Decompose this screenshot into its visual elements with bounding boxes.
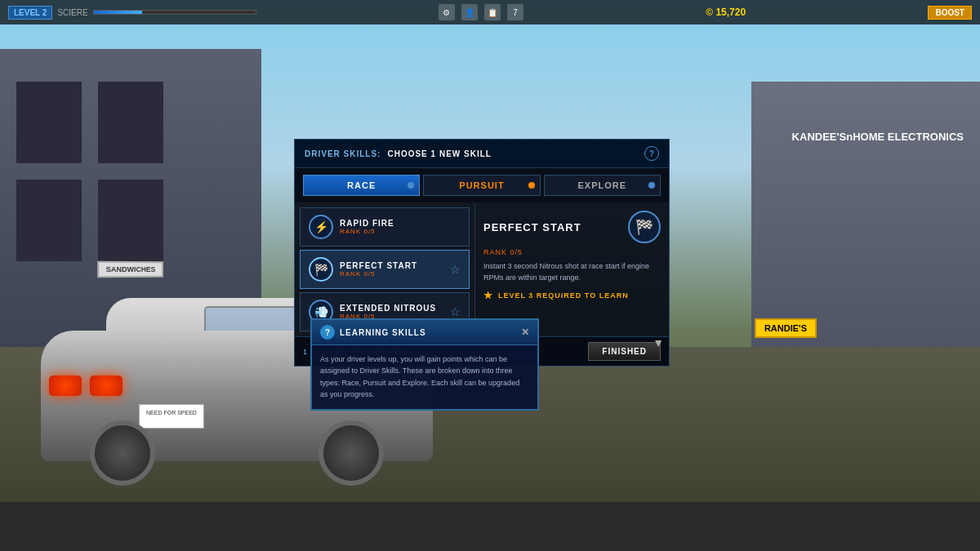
detail-description: Instant 3 second Nitrous shot at race st…: [483, 261, 661, 283]
hud-icon-1: ⚙: [439, 4, 455, 20]
skills-content: ⚡ RAPID FIRE RANK 0/5 🏁 PERFECT START RA…: [295, 202, 669, 336]
tab-race-dot: [408, 182, 414, 189]
tooltip-text: As your driver levels up, you will gain …: [320, 353, 529, 401]
learning-tooltip: ? LEARNING SKILLS ✕ As your driver level…: [310, 318, 539, 411]
tab-explore[interactable]: EXPLORE: [544, 175, 661, 196]
finished-button[interactable]: FINISHED: [588, 342, 661, 361]
detail-name-block: PERFECT START: [483, 221, 581, 233]
rapid-fire-rank: RANK 0/5: [340, 228, 461, 235]
player-name: SCIERE: [57, 8, 87, 17]
tab-race[interactable]: RACE: [303, 175, 420, 196]
tooltip-header: ? LEARNING SKILLS ✕: [312, 320, 537, 345]
building-right: [751, 82, 980, 392]
detail-skill-icon: 🏁: [628, 211, 661, 243]
requirement-star-icon: ★: [483, 290, 493, 301]
wheel-left: [90, 420, 155, 486]
skill-item-rapid-fire[interactable]: ⚡ RAPID FIRE RANK 0/5: [300, 207, 470, 247]
wheel-right: [318, 420, 384, 486]
car-plate: NEED FOR SPEED: [139, 404, 204, 429]
hud-icon-2: 👤: [461, 4, 478, 20]
hud-top-bar: LEVEL 2 SCIERE ⚙ 👤 📋 7 © 15,720 BOOST: [0, 0, 980, 24]
perfect-start-star: ☆: [450, 263, 461, 276]
skills-list: ⚡ RAPID FIRE RANK 0/5 🏁 PERFECT START RA…: [295, 202, 474, 336]
hud-icon-4: 7: [507, 4, 523, 20]
level-badge: LEVEL 2: [8, 6, 52, 20]
detail-rank: RANK 0/5: [483, 248, 661, 256]
rapid-fire-text: RAPID FIRE RANK 0/5: [340, 219, 461, 235]
hud-level-section: LEVEL 2 SCIERE: [8, 6, 256, 20]
rapid-fire-icon: ⚡: [309, 215, 333, 239]
yellow-sign: RANDIE'S: [755, 318, 817, 338]
skill-detail-panel: PERFECT START 🏁 RANK 0/5 Instant 3 secon…: [474, 202, 669, 336]
driver-skills-label: DRIVER SKILLS:: [305, 149, 381, 158]
taillight-left: [49, 375, 82, 396]
skill-tab-bar: RACE PURSUIT EXPLORE: [295, 168, 669, 202]
perfect-start-icon: 🏁: [309, 257, 333, 282]
perfect-start-text: PERFECT START RANK 0/5: [340, 261, 443, 278]
help-button[interactable]: ?: [644, 146, 659, 161]
extended-nitrous-name: EXTENDED NITROUS: [340, 304, 443, 313]
choose-skill-label: CHOOSE 1 NEW SKILL: [387, 149, 491, 158]
detail-skill-name: PERFECT START: [483, 221, 581, 233]
tab-explore-dot: [648, 182, 655, 189]
tooltip-title-group: ? LEARNING SKILLS: [320, 325, 426, 340]
tooltip-title-text: LEARNING SKILLS: [340, 328, 426, 337]
scroll-indicator: ▼: [653, 336, 664, 349]
taillight-right: [90, 375, 122, 396]
perfect-start-name: PERFECT START: [340, 261, 443, 270]
rapid-fire-name: RAPID FIRE: [340, 219, 461, 228]
hud-icons: ⚙ 👤 📋 7: [439, 4, 523, 20]
detail-header: PERFECT START 🏁: [483, 211, 661, 243]
detail-requirement: ★ LEVEL 3 REQUIRED TO LEARN: [483, 290, 661, 301]
tab-pursuit-dot: [528, 182, 535, 189]
skills-dialog-header: DRIVER SKILLS: CHOOSE 1 NEW SKILL ?: [295, 140, 669, 168]
xp-fill: [94, 11, 142, 14]
hud-boost: BOOST: [928, 6, 972, 20]
requirement-text: LEVEL 3 REQUIRED TO LEARN: [498, 291, 629, 300]
extended-nitrous-star: ☆: [450, 305, 461, 318]
tooltip-icon: ?: [320, 325, 335, 340]
tooltip-body: As your driver levels up, you will gain …: [312, 345, 537, 409]
skill-item-perfect-start[interactable]: 🏁 PERFECT START RANK 0/5 ☆: [300, 250, 470, 289]
hud-currency: © 15,720: [706, 7, 746, 18]
extended-nitrous-text: EXTENDED NITROUS RANK 0/5: [340, 304, 443, 320]
hud-icon-3: 📋: [484, 4, 501, 20]
tooltip-close-button[interactable]: ✕: [521, 327, 529, 338]
tab-pursuit[interactable]: PURSUIT: [423, 175, 540, 196]
perfect-start-rank: RANK 0/5: [340, 270, 443, 278]
xp-bar: [93, 10, 256, 15]
